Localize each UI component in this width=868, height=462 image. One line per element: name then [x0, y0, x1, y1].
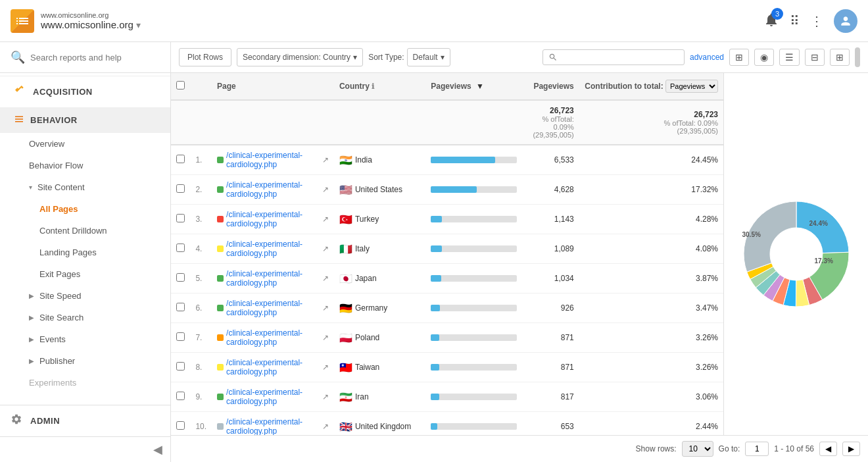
row-checkbox[interactable] — [176, 362, 185, 371]
row-pct-cell: 3.06% — [579, 382, 723, 412]
totals-contrib-cell: 26,723 % ofTotal: 0.09% (29,395,005) — [579, 100, 723, 145]
table-search-input[interactable] — [560, 53, 679, 62]
row-page-link[interactable]: /clinical-experimental-cardiology.php — [226, 388, 320, 406]
sidebar-item-exit-pages[interactable]: Exit Pages — [0, 263, 170, 285]
show-rows-select[interactable]: 10 — [682, 441, 713, 457]
row-link-icon[interactable]: ↗ — [322, 244, 329, 253]
sidebar-item-site-speed[interactable]: ▶ Site Speed — [0, 285, 170, 307]
row-link-icon[interactable]: ↗ — [322, 274, 329, 283]
row-page-link[interactable]: /clinical-experimental-cardiology.php — [226, 151, 320, 169]
row-page-link[interactable]: /clinical-experimental-cardiology.php — [226, 299, 320, 317]
notification-button[interactable]: 3 — [763, 12, 779, 30]
row-checkbox[interactable] — [176, 155, 185, 163]
row-country-name: Japan — [355, 274, 377, 283]
row-page-link[interactable]: /clinical-experimental-cardiology.php — [226, 269, 320, 288]
row-pct-cell: 17.32% — [579, 175, 723, 205]
row-link-icon[interactable]: ↗ — [322, 303, 329, 313]
row-checkbox[interactable] — [176, 184, 185, 193]
row-bar-fill — [431, 216, 442, 222]
row-link-icon[interactable]: ↗ — [322, 392, 329, 401]
row-pageviews-value: 817 — [561, 392, 574, 401]
chart-area: 24.4% 17.3% 30.5% — [723, 73, 868, 435]
row-number: 5. — [195, 274, 202, 283]
prev-page-button[interactable]: ◀ — [819, 442, 837, 456]
grid-view-button[interactable]: ⊞ — [729, 49, 749, 66]
sidebar-section-acquisition[interactable]: ACQUISITION — [0, 76, 170, 107]
row-link-icon[interactable]: ↗ — [322, 155, 329, 165]
row-page-link[interactable]: /clinical-experimental-cardiology.php — [226, 328, 320, 347]
sidebar-item-publisher[interactable]: ▶ Publisher — [0, 350, 170, 372]
th-pageviews-num[interactable]: Pageviews — [522, 73, 579, 100]
sidebar-item-content-drilldown[interactable]: Content Drilldown — [0, 220, 170, 242]
sidebar-item-site-content[interactable]: ▾ Site Content — [0, 176, 170, 198]
sidebar-item-overview[interactable]: Overview — [0, 133, 170, 155]
th-page[interactable]: Page — [212, 73, 334, 100]
row-page-link[interactable]: /clinical-experimental-cardiology.php — [226, 358, 320, 376]
row-bar-fill — [431, 275, 441, 282]
dropdown-arrow-icon[interactable]: ▾ — [136, 20, 141, 30]
pie-segment[interactable] — [796, 201, 849, 253]
select-all-checkbox[interactable] — [176, 81, 185, 90]
next-page-button[interactable]: ▶ — [842, 442, 860, 456]
row-checkbox[interactable] — [176, 421, 185, 430]
plot-rows-button[interactable]: Plot Rows — [179, 48, 231, 66]
pie-view-button[interactable]: ◉ — [754, 49, 774, 66]
row-checkbox[interactable] — [176, 214, 185, 222]
row-pct-cell: 4.28% — [579, 205, 723, 234]
search-input[interactable] — [30, 53, 160, 63]
row-link-icon[interactable]: ↗ — [322, 333, 329, 342]
sidebar-collapse-button[interactable]: ◀ — [0, 436, 170, 462]
totals-page-cell — [212, 100, 334, 145]
row-checkbox[interactable] — [176, 244, 185, 252]
site-speed-arrow-icon: ▶ — [29, 292, 34, 299]
row-checkbox-cell — [171, 353, 190, 382]
sidebar-item-events[interactable]: ▶ Events — [0, 328, 170, 350]
page-number-input[interactable] — [745, 442, 769, 456]
row-checkbox[interactable] — [176, 392, 185, 400]
sidebar-section-behavior[interactable]: BEHAVIOR — [0, 107, 170, 133]
scrollbar-handle[interactable] — [855, 47, 860, 67]
pie-chart-svg — [737, 195, 856, 313]
row-link-icon[interactable]: ↗ — [322, 185, 329, 194]
row-checkbox[interactable] — [176, 273, 185, 282]
row-page-cell: /clinical-experimental-cardiology.php ↗ — [212, 382, 334, 412]
table-search-field — [542, 49, 685, 65]
pie-label-1: 24.4% — [809, 220, 828, 227]
sidebar-section-admin[interactable]: ADMIN — [0, 405, 170, 436]
topbar-actions: 3 ⠿ ⋮ — [763, 9, 857, 33]
sidebar-item-landing-pages[interactable]: Landing Pages — [0, 242, 170, 263]
data-table: Page Country ℹ Pageviews ▼ Pag — [171, 73, 723, 435]
table-view-button[interactable]: ⊟ — [805, 49, 825, 66]
th-pageviews-bar[interactable]: Pageviews ▼ — [425, 73, 522, 100]
row-num-cell: 9. — [190, 382, 212, 412]
sidebar-item-behavior-flow[interactable]: Behavior Flow — [0, 155, 170, 176]
avatar[interactable] — [834, 9, 857, 33]
sidebar-item-experiments[interactable]: Experiments — [0, 372, 170, 394]
row-page-link[interactable]: /clinical-experimental-cardiology.php — [226, 417, 320, 435]
row-link-icon[interactable]: ↗ — [322, 422, 329, 431]
more-options-icon[interactable]: ⋮ — [810, 13, 823, 29]
apps-icon[interactable]: ⠿ — [790, 13, 800, 29]
row-page-link[interactable]: /clinical-experimental-cardiology.php — [226, 210, 320, 228]
sidebar-item-site-search[interactable]: ▶ Site Search — [0, 307, 170, 328]
pivot-view-button[interactable]: ⊞ — [830, 49, 850, 66]
row-page-link[interactable]: /clinical-experimental-cardiology.php — [226, 180, 320, 199]
row-link-icon[interactable]: ↗ — [322, 363, 329, 372]
contrib-metric-select[interactable]: Pageviews — [665, 80, 718, 93]
table-row: 9. /clinical-experimental-cardiology.php… — [171, 382, 723, 412]
table-row: 7. /clinical-experimental-cardiology.php… — [171, 323, 723, 353]
main-layout: 🔍 ACQUISITION BEHAVIOR Overview Behavior… — [0, 42, 868, 462]
row-link-icon[interactable]: ↗ — [322, 215, 329, 224]
advanced-button[interactable]: advanced — [690, 53, 724, 62]
secondary-dimension-select[interactable]: Secondary dimension: Country ▾ — [237, 48, 363, 66]
th-country[interactable]: Country ℹ — [334, 73, 425, 100]
sort-type-select[interactable]: Default ▾ — [407, 48, 450, 66]
row-page-link[interactable]: /clinical-experimental-cardiology.php — [226, 240, 320, 258]
list-view-button[interactable]: ☰ — [779, 49, 800, 66]
row-checkbox[interactable] — [176, 332, 185, 341]
table-row: 3. /clinical-experimental-cardiology.php… — [171, 205, 723, 234]
table-row: 8. /clinical-experimental-cardiology.php… — [171, 353, 723, 382]
row-checkbox[interactable] — [176, 303, 185, 311]
row-bar-cell — [425, 353, 522, 382]
sidebar-item-all-pages[interactable]: All Pages — [0, 198, 170, 220]
